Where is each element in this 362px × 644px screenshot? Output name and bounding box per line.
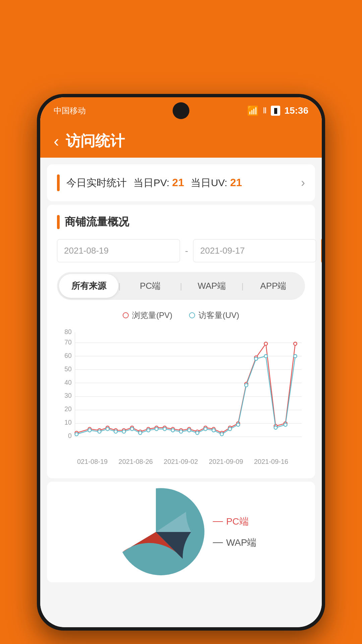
date-start-input[interactable] <box>57 239 180 262</box>
phone-device: 中国移动 📶 Ⅱ ▮ 15:36 ‹ 访问统计 <box>37 94 325 631</box>
source-tabs: 所有来源 | PC端 | WAP端 | APP端 <box>57 272 305 300</box>
wap-label-text: WAP端 <box>226 536 257 549</box>
legend-uv: 访客量(UV) <box>189 310 239 321</box>
svg-point-55 <box>171 429 175 432</box>
svg-point-51 <box>138 431 142 435</box>
svg-point-58 <box>196 431 199 435</box>
carrier-label: 中国移动 <box>54 105 86 116</box>
tab-divider-3: | <box>241 274 243 298</box>
camera-notch <box>173 102 189 119</box>
chart-svg: 0 10 20 30 40 50 60 70 80 <box>57 327 305 455</box>
signal-icon: Ⅱ <box>263 106 267 115</box>
section-header: 商铺流量概况 <box>57 215 305 229</box>
wifi-icon: 📶 <box>247 105 259 116</box>
svg-point-56 <box>179 430 183 433</box>
status-right: 📶 Ⅱ ▮ 15:36 <box>247 105 308 116</box>
x-label-1: 021-08-19 <box>77 458 108 466</box>
svg-text:50: 50 <box>64 365 72 373</box>
back-button[interactable]: ‹ <box>54 132 59 150</box>
svg-text:0: 0 <box>68 432 72 439</box>
svg-point-67 <box>274 426 278 429</box>
svg-point-49 <box>122 430 126 433</box>
date-end-input[interactable] <box>193 239 316 262</box>
svg-point-63 <box>237 423 240 426</box>
uv-value: 21 <box>230 176 242 189</box>
svg-point-60 <box>212 429 216 432</box>
svg-point-64 <box>245 384 248 387</box>
pie-label-pc: PC端 <box>213 515 257 528</box>
battery-icon: ▮ <box>271 106 280 116</box>
stats-uv: 当日UV: 21 <box>191 176 242 190</box>
svg-point-40 <box>264 342 267 345</box>
svg-point-59 <box>204 427 207 431</box>
tab-divider-1: | <box>118 274 120 298</box>
pv-value: 21 <box>172 176 184 189</box>
stats-pv: 当日PV: 21 <box>133 176 184 190</box>
x-label-2: 2021-08-26 <box>119 458 153 466</box>
chevron-right-icon[interactable]: › <box>301 176 305 190</box>
realtime-stats-card: 今日实时统计 当日PV: 21 当日UV: 21 › <box>47 164 315 201</box>
legend-pv: 浏览量(PV) <box>123 310 172 321</box>
svg-text:20: 20 <box>64 405 72 413</box>
confirm-button[interactable]: 确定 <box>321 238 322 264</box>
svg-point-61 <box>220 433 224 436</box>
page-title: 访问统计 <box>66 131 125 151</box>
stats-left: 今日实时统计 当日PV: 21 当日UV: 21 <box>57 174 242 191</box>
section-title: 商铺流量概况 <box>65 215 129 229</box>
svg-text:10: 10 <box>64 419 72 426</box>
chart-legend: 浏览量(PV) 访客量(UV) <box>57 310 305 321</box>
legend-uv-dot <box>189 312 195 318</box>
x-label-5: 2021-09-16 <box>254 458 288 466</box>
orange-accent-bar <box>57 174 60 191</box>
svg-text:30: 30 <box>64 392 72 399</box>
svg-text:70: 70 <box>64 338 72 346</box>
svg-point-69 <box>294 355 297 358</box>
svg-text:80: 80 <box>64 328 72 335</box>
phone-screen: 中国移动 📶 Ⅱ ▮ 15:36 ‹ 访问统计 <box>40 97 322 627</box>
legend-pv-label: 浏览量(PV) <box>132 310 172 321</box>
chart-x-labels: 021-08-19 2021-08-26 2021-09-02 2021-09-… <box>57 458 305 466</box>
pc-label-line <box>213 521 223 522</box>
svg-point-48 <box>114 430 117 433</box>
line-chart: 0 10 20 30 40 50 60 70 80 <box>57 327 305 468</box>
svg-point-53 <box>155 427 158 431</box>
svg-point-45 <box>88 429 92 432</box>
flow-section: 商铺流量概况 - 确定 所有来源 | PC端 | <box>47 205 315 478</box>
svg-point-66 <box>264 355 267 358</box>
pie-chart-svg <box>106 485 206 579</box>
stats-label: 今日实时统计 <box>66 176 127 190</box>
svg-point-57 <box>187 429 191 432</box>
date-separator: - <box>185 246 188 256</box>
svg-point-46 <box>98 430 101 433</box>
svg-point-62 <box>228 427 232 431</box>
svg-point-50 <box>130 427 134 431</box>
date-picker-row: - 确定 <box>57 238 305 264</box>
svg-point-65 <box>254 357 258 361</box>
nav-bar: ‹ 访问统计 <box>40 124 322 158</box>
pie-chart-section: PC端 WAP端 <box>47 482 315 582</box>
tab-app[interactable]: APP端 <box>244 274 303 298</box>
time-display: 15:36 <box>284 105 308 116</box>
legend-uv-label: 访客量(UV) <box>198 310 239 321</box>
pc-label-text: PC端 <box>226 515 249 528</box>
svg-point-44 <box>75 433 78 436</box>
svg-point-68 <box>284 423 287 426</box>
svg-point-43 <box>294 342 297 345</box>
status-bar: 中国移动 📶 Ⅱ ▮ 15:36 <box>40 97 322 124</box>
tab-wap[interactable]: WAP端 <box>182 274 241 298</box>
tab-all-sources[interactable]: 所有来源 <box>59 274 118 298</box>
svg-point-54 <box>163 427 166 431</box>
svg-point-52 <box>147 429 150 432</box>
phone-frame: 中国移动 📶 Ⅱ ▮ 15:36 ‹ 访问统计 <box>37 94 325 631</box>
section-accent-bar <box>57 215 60 229</box>
x-label-3: 2021-09-02 <box>164 458 198 466</box>
pie-label-wap: WAP端 <box>213 536 257 549</box>
wap-label-line <box>213 542 223 543</box>
tab-pc[interactable]: PC端 <box>121 274 180 298</box>
pie-labels: PC端 WAP端 <box>213 515 257 549</box>
content-area: 今日实时统计 当日PV: 21 当日UV: 21 › <box>40 158 322 627</box>
svg-point-47 <box>106 427 109 431</box>
x-label-4: 2021-09-09 <box>209 458 243 466</box>
legend-pv-dot <box>123 312 129 318</box>
svg-text:60: 60 <box>64 352 72 359</box>
